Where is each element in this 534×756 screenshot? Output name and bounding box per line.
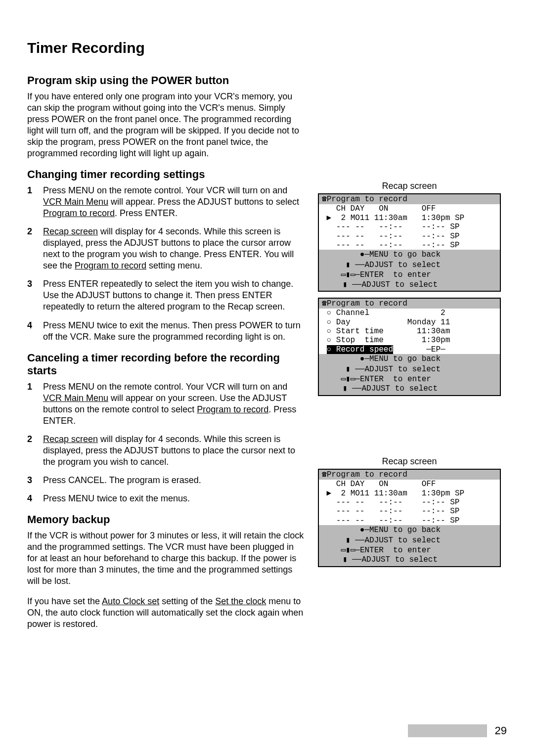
heading-cancel: Canceling a timer recording before the r… (27, 352, 304, 377)
step-change-4: Press MENU twice to exit the menus. Then… (27, 320, 304, 343)
osd-hint-adjust: ▮ ──ADJUST to select (319, 364, 500, 374)
heading-skip: Program skip using the POWER button (27, 74, 304, 87)
step-cancel-4: Press MENU twice to exit the menus. (27, 493, 304, 504)
heading-change: Changing timer recording settings (27, 168, 304, 181)
page-number: 29 (495, 724, 507, 737)
osd-hint-menu: ●─MENU to go back (319, 250, 500, 260)
osd-row-2: --- -- --:-- --:-- SP (319, 222, 500, 231)
osd-row-day: ○ Day Monday 11 (319, 318, 500, 327)
main-text-column: Program skip using the POWER button If y… (27, 74, 304, 639)
osd-recap-1: ☎Program to record CH DAY ON OFF ▶ 2 MO1… (318, 193, 501, 292)
osd-hint-enter: ▭▮▭─ENTER to enter (319, 374, 500, 384)
osd-hint-adjust: ▮ ──ADJUST to select (319, 535, 500, 545)
osd-row-speed: ○ Record speed ─EP─ (319, 345, 500, 354)
recap-caption-2: Recap screen (318, 456, 501, 467)
osd-header: CH DAY ON OFF (319, 480, 500, 489)
osd-row-channel: ○ Channel 2 (319, 309, 500, 317)
osd-row-1: ▶ 2 MO11 11:30am 1:30pm SP (319, 489, 500, 498)
steps-cancel: Press MENU on the remote control. Your V… (27, 381, 304, 504)
osd-hint-adjust2: ▮ ──ADJUST to select (319, 384, 500, 395)
osd-row-stop: ○ Stop time 1:30pm (319, 336, 500, 345)
osd-hint-menu: ●─MENU to go back (319, 354, 500, 364)
body-memory-2: If you have set the Auto Clock set setti… (27, 596, 304, 630)
steps-change: Press MENU on the remote control. Your V… (27, 185, 304, 342)
page-number-decoration (408, 724, 487, 737)
osd-row-3: --- -- --:-- --:-- SP (319, 232, 500, 241)
osd-hint-enter: ▭▮▭─ENTER to enter (319, 270, 500, 280)
heading-memory: Memory backup (27, 513, 304, 526)
osd-recap-2: ☎Program to record CH DAY ON OFF ▶ 2 MO1… (318, 469, 501, 567)
osd-row-2: --- -- --:-- --:-- SP (319, 498, 500, 507)
page-title: Timer Recording (27, 40, 507, 56)
step-cancel-3: Press CANCEL. The program is erased. (27, 475, 304, 486)
osd-row-start: ○ Start time 11:30am (319, 327, 500, 336)
osd-hint-adjust: ▮ ──ADJUST to select (319, 260, 500, 270)
osd-program-to-record: ☎Program to record ○ Channel 2 ○ Day Mon… (318, 298, 501, 396)
osd-row-1: ▶ 2 MO11 11:30am 1:30pm SP (319, 214, 500, 222)
osd-title: ☎Program to record (319, 299, 500, 309)
recap-caption-1: Recap screen (318, 181, 501, 191)
osd-title: ☎Program to record (319, 194, 500, 204)
screens-column: Recap screen ☎Program to record CH DAY O… (318, 74, 501, 639)
osd-row-4: --- -- --:-- --:-- SP (319, 241, 500, 250)
osd-title: ☎Program to record (319, 470, 500, 480)
step-cancel-1: Press MENU on the remote control. Your V… (27, 381, 304, 427)
osd-header: CH DAY ON OFF (319, 204, 500, 213)
step-cancel-2: Recap screen will display for 4 seconds.… (27, 434, 304, 468)
osd-hint-adjust2: ▮ ──ADJUST to select (319, 555, 500, 566)
osd-hint-adjust2: ▮ ──ADJUST to select (319, 280, 500, 291)
body-memory-1: If the VCR is without power for 3 minute… (27, 530, 304, 587)
osd-hint-enter: ▭▮▭─ENTER to enter (319, 545, 500, 555)
step-change-2: Recap screen will display for 4 seconds.… (27, 226, 304, 271)
osd-hint-menu: ●─MENU to go back (319, 525, 500, 535)
step-change-3: Press ENTER repeatedly to select the ite… (27, 278, 304, 312)
osd-row-3: --- -- --:-- --:-- SP (319, 507, 500, 516)
body-skip: If you have entered only one program int… (27, 91, 304, 159)
step-change-1: Press MENU on the remote control. Your V… (27, 185, 304, 219)
osd-row-4: --- -- --:-- --:-- SP (319, 516, 500, 525)
